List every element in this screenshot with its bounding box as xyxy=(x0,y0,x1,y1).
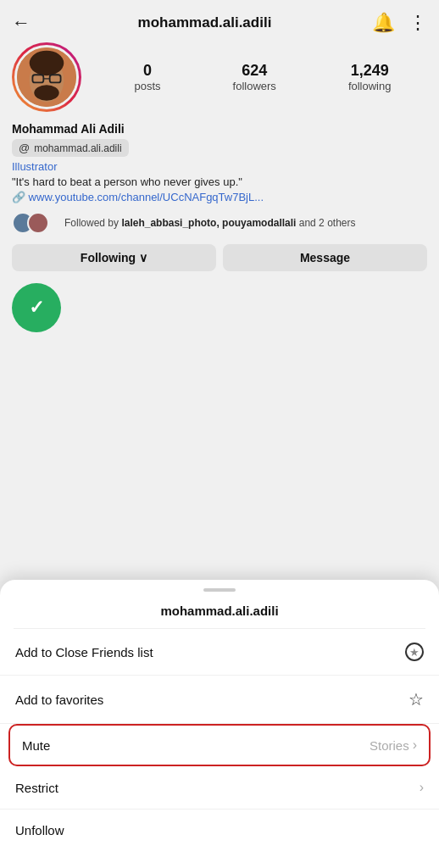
followers-label: followers xyxy=(233,80,276,92)
mute-stories-label: Stories xyxy=(370,738,409,753)
restrict-item[interactable]: Restrict › xyxy=(0,766,439,810)
restrict-icon: › xyxy=(420,780,424,795)
handle-text: mohammad.ali.adili xyxy=(34,142,121,154)
follower-avatar-2 xyxy=(27,212,49,234)
stat-followers[interactable]: 624 followers xyxy=(233,62,276,92)
stat-following[interactable]: 1,249 following xyxy=(348,62,392,92)
avatar xyxy=(14,45,79,109)
favorites-icon: ☆ xyxy=(408,689,424,709)
action-buttons: Following ∨ Message xyxy=(12,244,427,271)
bio-link[interactable]: 🔗 www.youtube.com/channel/UCcNAFgqTw7BjL… xyxy=(12,191,427,203)
followed-by: Followed by laleh_abbasi_photo, pouyamod… xyxy=(12,212,427,234)
following-count: 1,249 xyxy=(351,62,389,80)
following-label: following xyxy=(348,80,392,92)
bio-section: Mohammad Ali Adili @ mohammad.ali.adili … xyxy=(12,122,427,203)
sheet-title: mohammad.ali.adili xyxy=(14,604,425,629)
mute-item[interactable]: Mute Stories › xyxy=(8,724,431,766)
avatar-wrapper xyxy=(12,42,81,112)
stories-row: ✓ xyxy=(12,283,427,341)
display-name: Mohammad Ali Adili xyxy=(12,122,427,136)
more-options-icon[interactable]: ⋮ xyxy=(408,12,427,34)
story-circle[interactable]: ✓ xyxy=(12,283,61,332)
svg-point-3 xyxy=(34,85,58,100)
unfollow-item[interactable]: Unfollow xyxy=(0,810,439,851)
mute-right: Stories › xyxy=(370,737,417,753)
followed-by-text: Followed by laleh_abbasi_photo, pouyamod… xyxy=(64,217,355,229)
mute-label: Mute xyxy=(22,738,50,753)
followed-avatars xyxy=(12,212,49,234)
handle-badge: @ mohammad.ali.adili xyxy=(12,139,129,157)
unfollow-label: Unfollow xyxy=(15,823,64,837)
restrict-chevron-icon: › xyxy=(420,780,424,795)
profile-section: ← mohammad.ali.adili 🔔 ⋮ xyxy=(0,0,439,354)
mute-chevron-icon: › xyxy=(413,737,417,753)
stats-row: 0 posts 624 followers 1,249 following xyxy=(98,62,427,92)
bio-quote: "It's hard to beat a person who never gi… xyxy=(12,175,427,188)
close-friends-icon: ★ xyxy=(405,643,424,661)
threads-icon: @ xyxy=(19,142,30,154)
notification-bell-icon[interactable]: 🔔 xyxy=(372,12,395,34)
restrict-label: Restrict xyxy=(15,781,58,795)
profile-row: 0 posts 624 followers 1,249 following xyxy=(12,42,427,112)
svg-point-2 xyxy=(30,51,64,75)
following-button[interactable]: Following ∨ xyxy=(12,244,216,271)
sheet-handle xyxy=(203,588,236,592)
favorites-item[interactable]: Add to favorites ☆ xyxy=(0,676,439,724)
posts-count: 0 xyxy=(143,62,152,80)
header-bar: ← mohammad.ali.adili 🔔 ⋮ xyxy=(12,0,427,42)
avatar-image xyxy=(17,45,76,109)
profession: Illustrator xyxy=(12,160,427,173)
bottom-sheet: mohammad.ali.adili Add to Close Friends … xyxy=(0,580,439,868)
back-button[interactable]: ← xyxy=(12,12,31,34)
header-username: mohammad.ali.adili xyxy=(37,14,372,31)
followers-count: 624 xyxy=(242,62,267,80)
close-friends-label: Add to Close Friends list xyxy=(15,645,153,659)
message-button[interactable]: Message xyxy=(223,244,427,271)
favorites-label: Add to favorites xyxy=(15,693,103,707)
close-friends-item[interactable]: Add to Close Friends list ★ xyxy=(0,629,439,676)
stat-posts[interactable]: 0 posts xyxy=(135,62,161,92)
posts-label: posts xyxy=(135,80,161,92)
header-icons: 🔔 ⋮ xyxy=(372,12,427,34)
